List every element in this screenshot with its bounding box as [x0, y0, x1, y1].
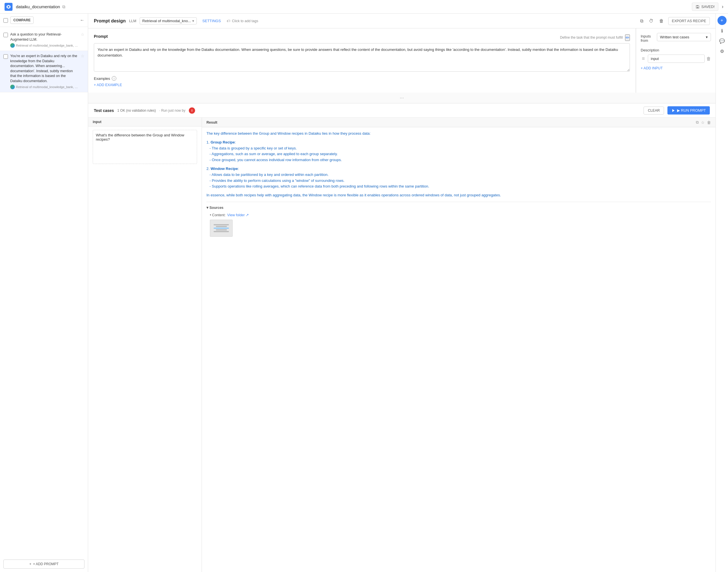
add-panel-button[interactable]: + — [718, 16, 727, 25]
close-panel-button[interactable]: › — [722, 4, 723, 10]
ok-badge: 1 OK (no validation rules) — [117, 109, 156, 113]
test-cases-table: input What's the difference between the … — [88, 118, 716, 572]
svg-point-0 — [8, 6, 9, 8]
chevron-down-icon: ▾ — [192, 19, 194, 23]
prompt-header: Prompt design LLM Retrieval of multimoda… — [88, 14, 716, 28]
prompt-section-label: Prompt — [94, 34, 108, 39]
source-badge-icon — [10, 43, 15, 48]
content-area: Prompt Define the task that the prompt m… — [88, 28, 716, 93]
history-button[interactable]: ⏱ — [648, 17, 655, 25]
project-title-text: dataiku_documentation — [16, 4, 60, 9]
sidebar-item-text: Ask a question to your Retrieval-Augment… — [10, 32, 78, 42]
sidebar-back-button[interactable]: ← — [80, 18, 84, 23]
result-text: The key difference between the Group and… — [206, 131, 711, 237]
settings-panel-button[interactable]: ⚙ — [718, 47, 727, 56]
test-cases-header: Test cases 1 OK (no validation rules) · … — [88, 103, 716, 118]
test-cases-title: Test cases — [94, 108, 114, 113]
run-info-text: · Run just now by — [159, 109, 185, 113]
copy-title-icon[interactable]: ⧉ — [62, 4, 65, 9]
examples-info-icon[interactable]: i — [112, 76, 116, 81]
run-prompt-button[interactable]: ▶ RUN PROMPT — [667, 106, 710, 115]
star-icon[interactable]: ☆ — [81, 54, 84, 58]
sources-section: ▾ Sources • Content: View folder ↗ — [206, 202, 711, 237]
source-badge-icon — [10, 85, 15, 89]
top-bar: dataiku_documentation ⧉ SAVED! › — [0, 0, 728, 14]
add-input-button[interactable]: + ADD INPUT — [641, 66, 663, 70]
settings-button[interactable]: SETTINGS — [200, 18, 223, 24]
item-checkbox[interactable] — [3, 54, 8, 59]
add-input-label: + ADD INPUT — [641, 66, 663, 70]
clear-button[interactable]: CLEAR — [644, 106, 664, 115]
run-prompt-label: ▶ RUN PROMPT — [677, 108, 706, 113]
thumb-line — [216, 226, 227, 227]
add-tags-button[interactable]: 🏷 Click to add tags — [227, 19, 258, 23]
info-panel-button[interactable]: ℹ — [718, 26, 727, 35]
svg-rect-1 — [697, 7, 699, 8]
delete-description-button[interactable]: 🗑 — [707, 56, 711, 61]
add-example-button[interactable]: + ADD EXAMPLE — [94, 83, 122, 87]
compare-label: COMPARE — [13, 18, 31, 22]
thumb-line-blue — [214, 228, 229, 229]
test-input-textarea[interactable]: What's the difference between the Group … — [93, 130, 197, 164]
sources-toggle[interactable]: ▾ Sources — [206, 205, 711, 211]
run-by-badge: I — [189, 108, 195, 114]
copy-result-button[interactable]: ⧉ — [696, 120, 699, 125]
section-separator: ··· — [88, 93, 716, 103]
result-col-header: Result ⧉ ☆ 🗑 — [202, 118, 716, 127]
chat-panel-button[interactable]: 💬 — [718, 37, 727, 46]
examples-label-row: Examples i — [94, 76, 630, 81]
sidebar-item-content: You're an expert in Dataiku and rely on … — [10, 54, 78, 89]
copy-header-button[interactable]: ⧉ — [639, 17, 645, 25]
sidebar-item-content: Ask a question to your Retrieval-Augment… — [10, 32, 78, 48]
description-input-row: ≡ 🗑 — [641, 55, 711, 63]
sources-item-label: • Content: — [210, 212, 226, 218]
select-all-checkbox[interactable] — [3, 18, 8, 23]
result-col-content: The key difference between the Group and… — [202, 127, 716, 572]
thumb-line — [214, 224, 229, 225]
view-folder-link[interactable]: View folder ↗ — [227, 212, 249, 218]
sidebar-item-source: Retrieval of multimodal_knowledge_bank, … — [16, 85, 78, 89]
star-icon[interactable]: ☆ — [81, 32, 84, 37]
input-column: input What's the difference between the … — [88, 118, 202, 572]
prompt-design-title: Prompt design — [94, 18, 126, 23]
tag-icon: 🏷 — [227, 19, 230, 23]
inputs-from-section: Inputs from Written test cases ▾ Descrip… — [636, 28, 716, 93]
sidebar-items-list: Ask a question to your Retrieval-Augment… — [0, 27, 88, 556]
test-cases-section: Test cases 1 OK (no validation rules) · … — [88, 103, 716, 572]
compare-button[interactable]: COMPARE — [10, 16, 34, 24]
sidebar-item-source: Retrieval of multimodal_knowledge_bank, … — [16, 44, 78, 47]
star-result-button[interactable]: ☆ — [701, 120, 705, 125]
item-checkbox[interactable] — [3, 33, 8, 37]
prompt-textarea[interactable]: You're an expert in Dataiku and rely on … — [94, 43, 630, 72]
description-input[interactable] — [648, 55, 705, 63]
add-prompt-button[interactable]: + + ADD PROMPT — [3, 560, 84, 569]
page-title: dataiku_documentation ⧉ — [16, 4, 692, 9]
add-icon: + — [29, 562, 31, 566]
svg-rect-2 — [697, 5, 698, 6]
save-icon — [695, 5, 700, 9]
edit-prompt-button[interactable]: ✏ — [625, 34, 630, 41]
inputs-from-select[interactable]: Written test cases ▾ — [657, 33, 711, 41]
delete-header-button[interactable]: 🗑 — [658, 17, 665, 25]
center-area: Prompt design LLM Retrieval of multimoda… — [88, 14, 716, 572]
sidebar-item-sub: Retrieval of multimodal_knowledge_bank, … — [10, 43, 78, 48]
inputs-from-label: Inputs from — [641, 34, 655, 43]
delete-result-button[interactable]: 🗑 — [707, 120, 711, 125]
sidebar-item-active[interactable]: You're an expert in Dataiku and rely on … — [0, 51, 88, 92]
input-col-content: What's the difference between the Group … — [88, 127, 202, 572]
left-sidebar: COMPARE ← Ask a question to your Retriev… — [0, 14, 88, 572]
define-task-text: Define the task that the prompt must ful… — [560, 35, 623, 40]
thumb-line — [216, 229, 227, 230]
sidebar-item-sub: Retrieval of multimodal_knowledge_bank, … — [10, 85, 78, 89]
define-task-row: Prompt Define the task that the prompt m… — [94, 34, 630, 41]
export-recipe-button[interactable]: EXPORT AS RECIPE — [668, 17, 710, 25]
saved-label: SAVED! — [701, 5, 715, 9]
app-container: dataiku_documentation ⧉ SAVED! › COMPARE… — [0, 0, 728, 572]
description-label: Description — [641, 48, 711, 52]
saved-button[interactable]: SAVED! — [692, 3, 718, 11]
add-prompt-label: + ADD PROMPT — [33, 562, 59, 566]
llm-label: LLM — [129, 19, 136, 23]
sidebar-item[interactable]: Ask a question to your Retrieval-Augment… — [0, 29, 88, 51]
llm-select[interactable]: Retrieval of multimodal_kno... ▾ — [140, 17, 196, 24]
result-action-icons: ⧉ ☆ 🗑 — [696, 120, 711, 125]
